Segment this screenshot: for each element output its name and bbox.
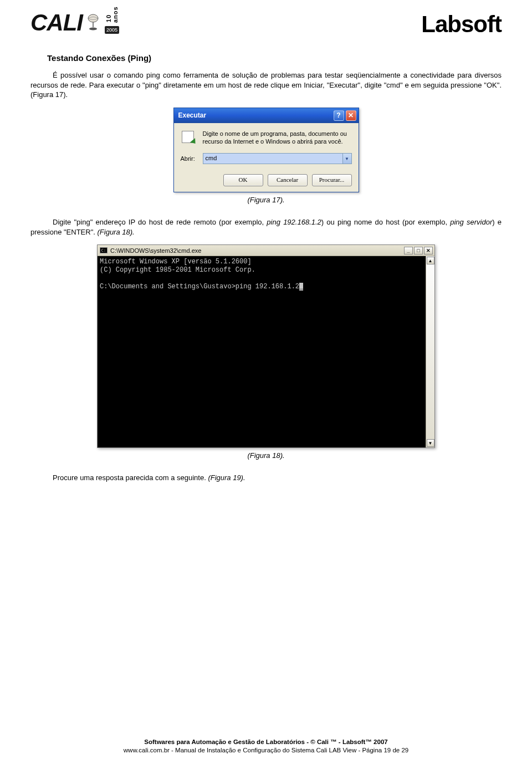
svg-point-2 (89, 28, 97, 30)
run-dialog: Executar ? ✕ Digite o nome de um program… (173, 108, 359, 193)
cmd-line-1: Microsoft Windows XP [versão 5.1.2600] (100, 258, 252, 266)
badge-year: 2005 (105, 26, 119, 34)
run-open-label: Abrir: (181, 155, 197, 162)
paragraph-1: É possível usar o comando ping como ferr… (30, 70, 502, 100)
p2-ex2: ping servidor (450, 218, 492, 226)
run-icon (181, 130, 197, 144)
run-open-combobox[interactable]: cmd ▼ (203, 153, 352, 164)
help-button[interactable]: ? (334, 110, 344, 121)
cmd-terminal-body[interactable]: Microsoft Windows XP [versão 5.1.2600] (… (98, 256, 426, 447)
brand-right-text: Labsoft (421, 11, 502, 38)
cancel-button[interactable]: Cancelar (268, 174, 308, 186)
cmd-scrollbar[interactable]: ▲ ▼ (426, 256, 434, 447)
page-header: CALI 10 anos 2005 Labsoft (30, 11, 502, 38)
run-dialog-description: Digite o nome de um programa, pasta, doc… (203, 130, 352, 146)
p2-fig: (Figura 18). (98, 228, 135, 236)
figure-18-caption: (Figura 18). (30, 451, 502, 460)
cmd-window-title: C:\WINDOWS\system32\cmd.exe (110, 247, 201, 254)
paragraph-3: Procure uma resposta parecida com a segu… (30, 473, 502, 483)
maximize-button[interactable]: □ (414, 247, 423, 254)
page-footer: Softwares para Automação e Gestão de Lab… (30, 738, 502, 755)
browse-button[interactable]: Procurar... (312, 174, 352, 186)
globe-icon (86, 14, 100, 32)
minimize-button[interactable]: _ (404, 247, 413, 254)
close-button[interactable]: ✕ (346, 110, 356, 121)
run-dialog-title: Executar (178, 111, 207, 119)
scroll-up-icon[interactable]: ▲ (427, 257, 434, 264)
cmd-caret: _ (299, 283, 303, 291)
p2-ex1: ping 192.168.1.2 (267, 218, 321, 226)
cmd-icon: C: (100, 247, 108, 253)
paragraph-2: Digite "ping" endereço IP do host de red… (30, 217, 502, 237)
close-button[interactable]: ✕ (424, 247, 433, 254)
scroll-down-icon[interactable]: ▼ (427, 439, 434, 447)
p3-pre: Procure uma resposta parecida com a segu… (53, 473, 208, 482)
p2-mid: ) ou ping nome do host (por exemplo, (321, 218, 450, 226)
cmd-window: C: C:\WINDOWS\system32\cmd.exe _ □ ✕ Mic… (97, 245, 435, 448)
footer-line-2: www.cali.com.br - Manual de Instalação e… (30, 746, 502, 755)
cmd-line-2: (C) Copyright 1985-2001 Microsoft Corp. (100, 266, 255, 274)
footer-line-1: Softwares para Automação e Gestão de Lab… (144, 739, 387, 745)
badge-text: 10 anos (105, 14, 119, 23)
cmd-prompt: C:\Documents and Settings\Gustavo>ping 1… (100, 283, 299, 291)
run-dialog-titlebar[interactable]: Executar ? ✕ (174, 108, 359, 123)
ok-button[interactable]: OK (223, 174, 263, 186)
p2-pre: Digite "ping" endereço IP do host de red… (53, 218, 267, 226)
anniversary-badge: 10 anos 2005 (105, 12, 119, 34)
run-open-value[interactable]: cmd (203, 154, 342, 164)
figure-17-caption: (Figura 17). (30, 196, 502, 204)
paragraph-1-text: É possível usar o comando ping como ferr… (30, 71, 502, 99)
combobox-dropdown-icon[interactable]: ▼ (342, 154, 351, 164)
p3-fig: (Figura 19). (208, 473, 245, 482)
logo-cali: CALI 10 anos 2005 (30, 11, 119, 34)
brand-left-text: CALI (30, 11, 83, 34)
section-title: Testando Conexões (Ping) (47, 53, 502, 63)
cmd-titlebar[interactable]: C: C:\WINDOWS\system32\cmd.exe _ □ ✕ (98, 245, 434, 256)
svg-point-0 (88, 14, 98, 22)
